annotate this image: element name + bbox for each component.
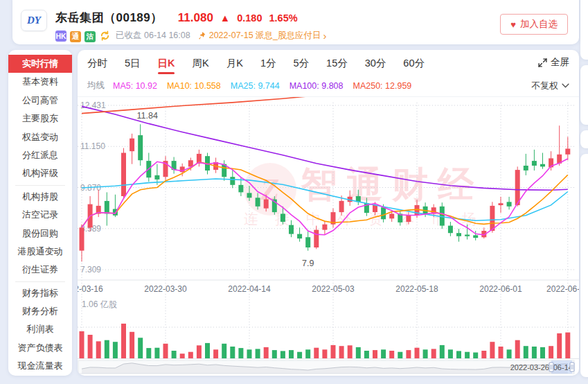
sidebar-item[interactable]: 财务指标 <box>8 284 72 302</box>
chart-period-tab[interactable]: 15分 <box>326 51 348 74</box>
sidebar-item[interactable]: 机构持股 <box>8 188 72 206</box>
sidebar-menu: 实时行情基本资料公司高管主要股东权益变动分红派息机构评级机构持股沽空记录股份回购… <box>8 50 72 376</box>
datazoom-handle[interactable] <box>549 363 553 372</box>
company-logo: DY <box>21 10 47 31</box>
right-panel-edge <box>580 0 588 60</box>
sidebar-item[interactable]: 分红派息 <box>8 146 72 164</box>
chart-period-tab[interactable]: 分时 <box>87 51 107 74</box>
stock-badge: 沽 <box>84 31 96 42</box>
period-tabs: 分时5日日K周K月K1分5分15分30分60分 全屏 <box>78 50 579 75</box>
dividend-notice-link[interactable]: 2022-07-15 派息_股息应付日 › <box>197 30 327 42</box>
chart-period-tab[interactable]: 周K <box>193 51 209 74</box>
sidebar-item[interactable]: 财务分析 <box>8 302 72 320</box>
sidebar-item[interactable]: 基本资料 <box>8 73 72 91</box>
sidebar-item[interactable]: 资产负债表 <box>8 339 72 357</box>
sidebar-divider <box>15 281 65 282</box>
svg-text:2022-06-14: 2022-06-14 <box>546 284 579 294</box>
chart-period-tab[interactable]: 日K <box>158 51 175 74</box>
stock-header: DY 东岳集团（00189） 11.080 ▲ 0.180 1.65% HK通沽… <box>12 0 579 44</box>
svg-text:2022-06-01: 2022-06-01 <box>479 284 522 294</box>
sidebar-item[interactable]: 公司高管 <box>8 91 72 110</box>
fullscreen-icon <box>538 58 547 67</box>
current-price: 11.080 <box>178 11 213 25</box>
stock-badge: 通 <box>70 31 81 42</box>
sidebar-item[interactable]: 权益变动 <box>8 128 72 146</box>
svg-text:2022-04-14: 2022-04-14 <box>228 284 271 294</box>
ma-legend-item: MA100: 9.808 <box>289 81 344 91</box>
svg-text:2022-03-30: 2022-03-30 <box>144 284 187 294</box>
sidebar-divider <box>15 185 65 186</box>
kline-chart-svg[interactable]: 12.43111.1509.8708.5897.3091.06 亿股11.847… <box>78 97 579 374</box>
svg-text:11.150: 11.150 <box>80 141 105 151</box>
datazoom-end-label: -06-14 <box>551 363 573 372</box>
right-panel-edge <box>580 154 588 377</box>
stock-name: 东岳集团（00189） <box>55 10 163 26</box>
sidebar-item[interactable]: 现金流量表 <box>8 357 72 375</box>
right-panel-edge <box>580 130 588 148</box>
market-badges: HK通沽 <box>55 29 99 42</box>
ma-legend-title: 均线 <box>87 80 105 91</box>
chart-period-tab[interactable]: 月K <box>226 51 243 74</box>
ma-legend: 均线 MA5: 10.92MA10: 10.558MA25: 9.744MA10… <box>78 75 579 97</box>
stock-badge: HK <box>55 30 66 42</box>
svg-text:7.309: 7.309 <box>80 265 101 274</box>
sidebar-item[interactable]: 沽空记录 <box>8 206 72 224</box>
sidebar-item[interactable]: 机构评级 <box>8 164 72 182</box>
volume-series <box>80 324 571 358</box>
sidebar-item[interactable]: 主要股东 <box>8 110 72 128</box>
adjust-mode-dropdown[interactable]: 不复权 <box>531 80 569 92</box>
market-status: 已收盘 06-14 16:08 <box>116 30 190 42</box>
ma-legend-item: MA25: 9.744 <box>231 81 280 91</box>
svg-text:2022-05-18: 2022-05-18 <box>395 284 438 294</box>
up-arrow-icon: ▲ <box>220 12 230 24</box>
sidebar-item[interactable]: 港股通变动 <box>8 243 72 261</box>
pin-icon <box>197 31 206 40</box>
chart-period-tab[interactable]: 30分 <box>365 51 386 74</box>
sidebar-item[interactable]: 实时行情 <box>8 55 72 73</box>
sidebar-item[interactable]: 股份回购 <box>8 225 72 243</box>
ma-legend-item: MA250: 12.959 <box>353 81 412 91</box>
max-price-label: 11.84 <box>137 111 158 121</box>
ma-legend-item: MA10: 10.558 <box>167 81 221 91</box>
datazoom-start-label: 2022-03-26 <box>510 363 549 372</box>
chevron-right-icon: › <box>323 30 327 42</box>
chevron-down-icon <box>562 83 569 88</box>
sidebar-item[interactable]: 利润表 <box>8 320 72 338</box>
candles-series <box>80 124 571 261</box>
chart-period-tab[interactable]: 5日 <box>125 51 141 74</box>
price-change-pct: 1.65% <box>269 12 298 24</box>
sidebar-item[interactable]: 衍生证券 <box>8 261 72 279</box>
right-panel-edge <box>580 65 588 125</box>
ma-legend-item: MA5: 10.92 <box>113 81 157 91</box>
kline-panel: 分时5日日K周K月K1分5分15分30分60分 全屏 均线 MA5: 10.92… <box>78 50 579 376</box>
fullscreen-button[interactable]: 全屏 <box>538 56 569 69</box>
add-to-watchlist-button[interactable]: ♥ 加入自选 <box>500 14 568 35</box>
price-change: 0.180 <box>237 12 262 24</box>
chart-period-tab[interactable]: 60分 <box>403 51 425 74</box>
chart-period-tab[interactable]: 5分 <box>293 51 309 74</box>
svg-text:2022-03-16: 2022-03-16 <box>78 284 103 294</box>
datazoom-handle[interactable] <box>570 363 574 372</box>
svg-text:1.06 亿股: 1.06 亿股 <box>82 299 117 309</box>
svg-text:2022-05-03: 2022-05-03 <box>312 284 355 294</box>
chart-period-tab[interactable]: 1分 <box>260 51 276 74</box>
refresh-icon[interactable] <box>100 30 110 41</box>
min-price-label: 7.9 <box>302 259 314 268</box>
heart-icon: ♥ <box>510 19 516 30</box>
datazoom-slider[interactable]: 2022-03-26-06-14 <box>78 360 574 374</box>
